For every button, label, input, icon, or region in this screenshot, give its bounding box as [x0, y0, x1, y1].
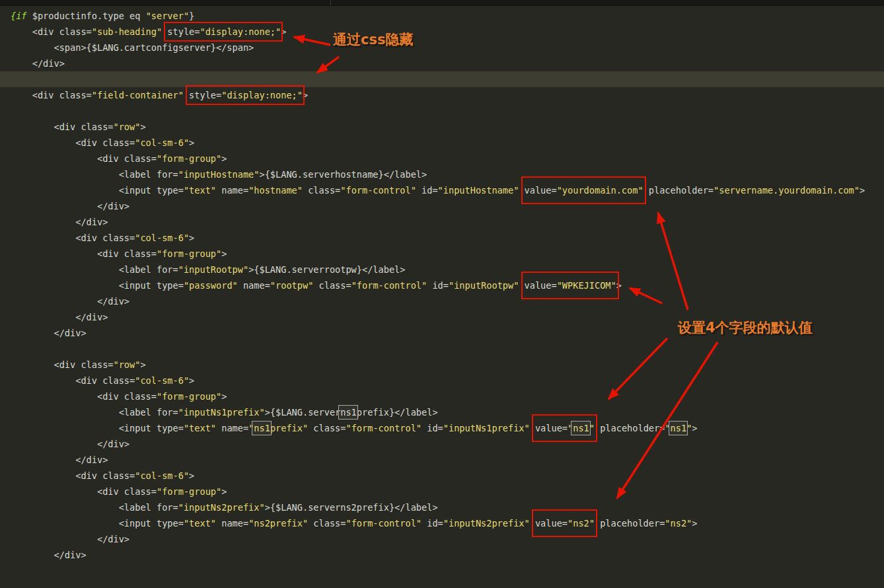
code-token: "ns2prefix" — [248, 518, 308, 529]
code-token: value= — [525, 280, 557, 291]
code-token: <input type= — [11, 185, 184, 196]
code-token: > — [189, 375, 194, 386]
code-token: >{$LANG.serverhostname}</label> — [259, 169, 427, 180]
code-token — [184, 90, 189, 100]
code-line[interactable]: <label for="inputNs1prefix">{$LANG.serve… — [0, 404, 884, 420]
code-line[interactable]: <div class="col-sm-6"> — [0, 373, 884, 388]
code-token: class= — [308, 518, 346, 529]
code-token: <div class= — [11, 375, 135, 386]
code-token: "field-container" — [92, 90, 184, 100]
code-line[interactable]: <div class="field-container" style="disp… — [0, 87, 884, 103]
code-token: } — [189, 11, 194, 21]
code-line[interactable]: </div> — [0, 531, 884, 547]
code-token: name= — [216, 518, 248, 529]
code-line-highlighted[interactable] — [0, 71, 884, 87]
code-token: $productinfo.type eq — [27, 11, 146, 21]
code-token: > — [281, 26, 286, 37]
code-token: > — [692, 423, 697, 433]
code-token: name= — [216, 423, 248, 433]
code-token: prefix}</label> — [357, 407, 438, 418]
code-line[interactable]: <div class="row"> — [0, 357, 884, 373]
code-line[interactable]: <input type="text" name="hostname" class… — [0, 182, 884, 198]
code-line[interactable]: <input type="password" name="rootpw" cla… — [0, 277, 884, 293]
code-token: "password" — [184, 280, 238, 291]
code-token: >{$LANG.serverrootpw}</label> — [248, 264, 405, 275]
code-token: </div> — [11, 439, 129, 449]
code-token: class= — [308, 423, 346, 433]
code-token: {if — [11, 11, 27, 21]
code-line[interactable]: <div class="col-sm-6"> — [0, 135, 884, 151]
code-token: "rootpw" — [270, 280, 313, 291]
code-token: <div class= — [11, 470, 135, 481]
code-token: </div> — [11, 58, 65, 69]
code-token: value= — [535, 518, 568, 529]
code-token: <div class= — [11, 90, 92, 100]
code-line[interactable] — [0, 103, 884, 119]
code-token: >{$LANG.serverns2prefix}</label> — [265, 502, 438, 513]
code-line[interactable]: <label for="inputRootpw">{$LANG.serverro… — [0, 262, 884, 277]
code-token: "form-control" — [340, 185, 416, 196]
code-line[interactable]: <input type="text" name="ns2prefix" clas… — [0, 515, 884, 531]
search-match-box: ns1 — [340, 407, 357, 418]
code-line[interactable]: </div> — [0, 198, 884, 214]
code-line[interactable]: {if $productinfo.type eq "server"} — [0, 8, 884, 24]
code-line[interactable]: </div> — [0, 436, 884, 452]
code-token: <div class= — [11, 137, 135, 148]
code-token: <input type= — [11, 518, 184, 529]
code-line[interactable]: <input type="text" name="ns1prefix" clas… — [0, 420, 884, 436]
code-line[interactable]: </div> — [0, 214, 884, 230]
code-line[interactable]: <div class="form-group"> — [0, 246, 884, 262]
code-line[interactable]: <div class="col-sm-6"> — [0, 230, 884, 246]
code-token: "row" — [114, 122, 141, 132]
code-token: "col-sm-6" — [135, 137, 189, 148]
annotation-css-hide-label: 通过css隐藏 — [333, 30, 413, 49]
code-token: <label for= — [11, 502, 178, 513]
code-line[interactable]: <span>{$LANG.cartconfigserver}</span> — [0, 40, 884, 55]
code-line[interactable]: <label for="inputHostname">{$LANG.server… — [0, 166, 884, 182]
code-token — [530, 518, 535, 529]
code-token: > — [140, 359, 145, 370]
code-token: name= — [238, 280, 270, 291]
code-token: > — [189, 233, 194, 243]
code-token: "col-sm-6" — [135, 233, 189, 243]
code-line[interactable] — [0, 341, 884, 357]
code-token: "form-control" — [351, 280, 427, 291]
code-token: style= — [189, 90, 221, 100]
code-token: > — [189, 137, 194, 148]
red-highlight-box: style="display:none;" — [167, 26, 281, 37]
code-token: > — [692, 518, 697, 529]
code-token: placeholder= — [595, 423, 665, 433]
code-token: value= — [525, 185, 557, 196]
code-line[interactable]: </div> — [0, 547, 884, 563]
code-token: <input type= — [11, 423, 184, 433]
code-line[interactable]: <div class="row"> — [0, 119, 884, 135]
code-line[interactable]: <label for="inputNs2prefix">{$LANG.serve… — [0, 499, 884, 515]
code-line[interactable]: <div class="form-group"> — [0, 151, 884, 166]
code-line[interactable]: </div> — [0, 452, 884, 468]
code-token: <div class= — [11, 248, 157, 259]
code-token: "display:none;" — [200, 26, 281, 37]
code-line[interactable]: <div class="sub-heading" style="display:… — [0, 24, 884, 40]
red-highlight-box: value="ns2" — [535, 518, 595, 529]
code-token: value= — [535, 423, 568, 433]
code-token: ns1 — [573, 423, 589, 433]
code-line[interactable]: </div> — [0, 55, 884, 71]
code-token: "form-group" — [157, 486, 221, 497]
code-line[interactable]: <div class="form-group"> — [0, 484, 884, 499]
code-editor[interactable]: {if $productinfo.type eq "server"} <div … — [0, 5, 884, 563]
code-token: "col-sm-6" — [135, 470, 189, 481]
code-line[interactable]: <div class="col-sm-6"> — [0, 468, 884, 484]
code-token: "col-sm-6" — [135, 375, 189, 386]
code-token: <div class= — [11, 153, 157, 164]
code-token: > — [221, 391, 227, 402]
code-line[interactable]: </div> — [0, 293, 884, 309]
code-line[interactable]: <div class="form-group"> — [0, 388, 884, 404]
code-token: class= — [303, 185, 340, 196]
code-token: >{$LANG.server — [265, 407, 341, 418]
code-token — [530, 423, 535, 433]
code-token: "form-group" — [157, 153, 221, 164]
code-token: > — [140, 122, 145, 132]
red-highlight-box: value="ns1" — [535, 423, 595, 433]
code-token: </div> — [11, 550, 87, 560]
code-token: <span>{$LANG.cartconfigserver}</span> — [11, 42, 254, 53]
